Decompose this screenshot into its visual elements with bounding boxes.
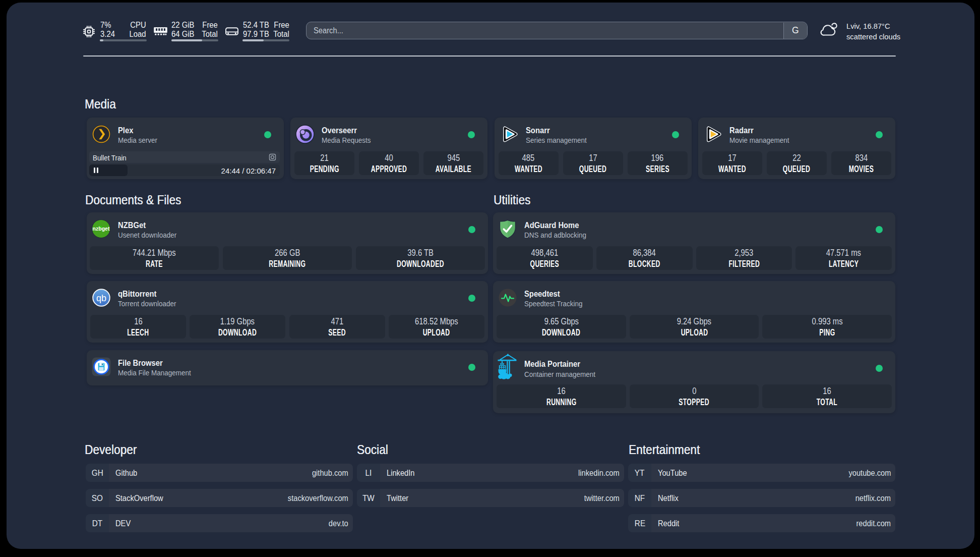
svg-text:nzbget: nzbget [93, 226, 110, 232]
svg-text:qb: qb [96, 293, 106, 303]
